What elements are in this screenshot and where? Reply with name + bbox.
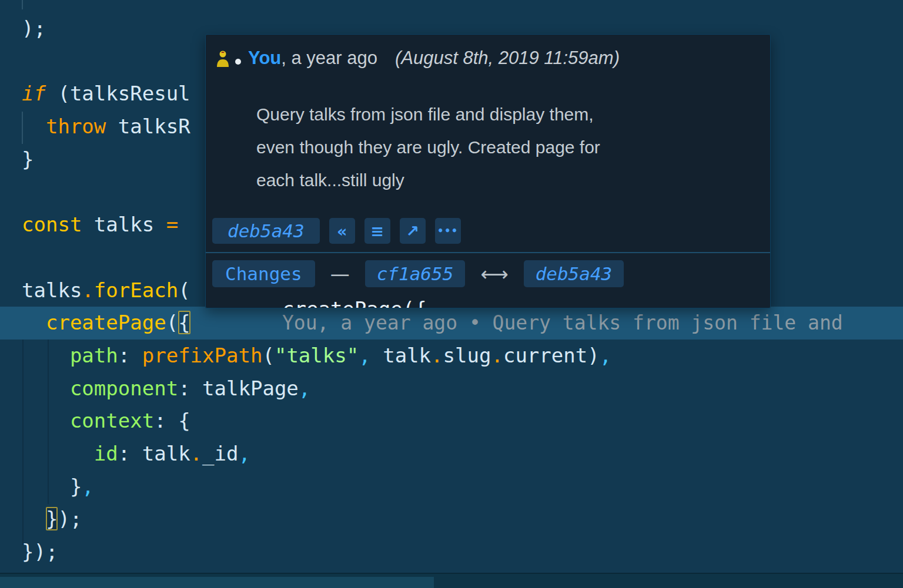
code-token: . xyxy=(491,344,503,367)
code-token xyxy=(22,409,70,432)
code-token: . xyxy=(190,442,202,465)
code-token: (talksResul xyxy=(46,82,190,105)
gitlens-blame-hover: You, a year ago (August 8th, 2019 11:59a… xyxy=(205,34,771,308)
code-token: talks xyxy=(22,278,82,302)
dash-separator: — xyxy=(330,263,350,285)
author-avatar xyxy=(215,49,231,67)
code-token: . xyxy=(82,278,93,302)
arrow-up-right-icon: ↗ xyxy=(406,222,419,240)
code-line[interactable]: }); xyxy=(0,503,903,536)
separator-dot-icon xyxy=(235,59,241,65)
clipped-code-preview: createPage({ xyxy=(282,299,427,308)
code-token: talks xyxy=(82,213,166,236)
ellipsis-icon: ••• xyxy=(437,225,459,237)
hover-header: You, a year ago (August 8th, 2019 11:59a… xyxy=(215,48,620,69)
code-token: ( xyxy=(262,344,274,367)
code-token: path xyxy=(70,344,118,367)
code-line-current[interactable]: createPage({You, a year ago • Query talk… xyxy=(0,307,903,340)
commit-message-line: Query talks from json file and display t… xyxy=(256,98,600,131)
more-actions-button[interactable]: ••• xyxy=(435,218,461,244)
code-token: slug xyxy=(443,344,491,367)
changes-button[interactable]: Changes xyxy=(212,260,315,287)
left-right-arrow-icon: ⟷ xyxy=(480,263,508,285)
code-token: = xyxy=(166,213,178,236)
code-token: throw xyxy=(46,115,106,138)
commit-message: Query talks from json file and display t… xyxy=(256,98,600,197)
open-remote-button[interactable]: ↗ xyxy=(400,218,426,244)
code-token: ( xyxy=(178,278,190,302)
indent-guide xyxy=(22,112,23,144)
code-token: : talk xyxy=(118,442,190,465)
code-token: : { xyxy=(154,409,190,432)
code-token: , xyxy=(359,344,370,367)
panel-top-edge-left xyxy=(0,577,434,588)
menu-bars-icon: ≡ xyxy=(370,222,384,240)
code-token: talk xyxy=(371,344,431,367)
code-token: const xyxy=(22,213,82,236)
matched-bracket: { xyxy=(178,311,190,334)
code-line[interactable]: }); xyxy=(0,536,903,569)
code-line[interactable]: path: prefixPath("talks", talk.slug.curr… xyxy=(0,340,903,372)
code-token xyxy=(22,311,46,334)
code-token: "talks" xyxy=(275,344,359,367)
commit-timestamp: (August 8th, 2019 11:59am) xyxy=(395,48,620,69)
code-token: forEach xyxy=(94,278,178,302)
code-token: context xyxy=(70,409,154,432)
code-token: talksR xyxy=(106,115,190,138)
code-token: _id xyxy=(202,442,238,465)
inline-blame-annotation: You, a year ago • Query talks from json … xyxy=(282,307,843,340)
code-token: , xyxy=(600,344,611,367)
code-line[interactable]: context: { xyxy=(0,405,903,438)
code-token: , xyxy=(82,475,93,498)
code-token: }); xyxy=(22,540,58,563)
code-line[interactable]: component: talkPage, xyxy=(0,372,903,405)
code-token: component xyxy=(70,377,178,400)
double-chevron-left-icon: « xyxy=(337,222,347,240)
code-token xyxy=(22,507,46,530)
panel-top-edge xyxy=(0,573,903,588)
commit-details-button[interactable]: ≡ xyxy=(364,218,390,244)
code-token xyxy=(22,377,70,400)
changes-row: Changes — cf1a655 ⟷ deb5a43 xyxy=(212,260,624,287)
indent-guide xyxy=(22,0,23,9)
prev-commit-button[interactable]: « xyxy=(329,218,355,244)
code-token xyxy=(22,442,94,465)
code-token: , xyxy=(299,377,310,400)
code-token: } xyxy=(22,147,34,171)
code-token xyxy=(178,213,190,236)
compare-to-sha-button[interactable]: deb5a43 xyxy=(524,260,624,287)
code-token xyxy=(22,344,70,367)
code-token: : talkPage xyxy=(178,377,299,400)
code-token: current) xyxy=(503,344,600,367)
code-token: : xyxy=(118,344,142,367)
commit-message-line: each talk...still ugly xyxy=(256,164,600,197)
commit-sha-button[interactable]: deb5a43 xyxy=(212,218,320,244)
compare-from-sha-button[interactable]: cf1a655 xyxy=(365,260,466,287)
code-token: } xyxy=(22,475,82,498)
commit-message-line: even though they are ugly. Created page … xyxy=(256,131,600,164)
commit-relative-time: , a year ago xyxy=(281,48,377,69)
commit-author[interactable]: You xyxy=(248,48,281,69)
commit-action-bar: deb5a43 « ≡ ↗ ••• xyxy=(212,218,461,244)
code-token: . xyxy=(431,344,443,367)
code-token: ( xyxy=(166,311,178,334)
indent-guide xyxy=(48,340,49,504)
code-token: prefixPath xyxy=(142,344,263,367)
code-token: , xyxy=(239,442,250,465)
hover-divider xyxy=(206,252,770,253)
code-line[interactable]: }, xyxy=(0,471,903,503)
code-token: ); xyxy=(22,16,46,40)
indent-guide xyxy=(22,340,24,545)
code-token: id xyxy=(94,442,118,465)
code-token: createPage xyxy=(46,311,166,334)
code-token xyxy=(22,115,46,138)
code-line[interactable]: id: talk._id, xyxy=(0,438,903,471)
code-token: if xyxy=(22,82,46,105)
matched-bracket: } xyxy=(46,507,58,530)
code-token: ); xyxy=(58,507,82,530)
